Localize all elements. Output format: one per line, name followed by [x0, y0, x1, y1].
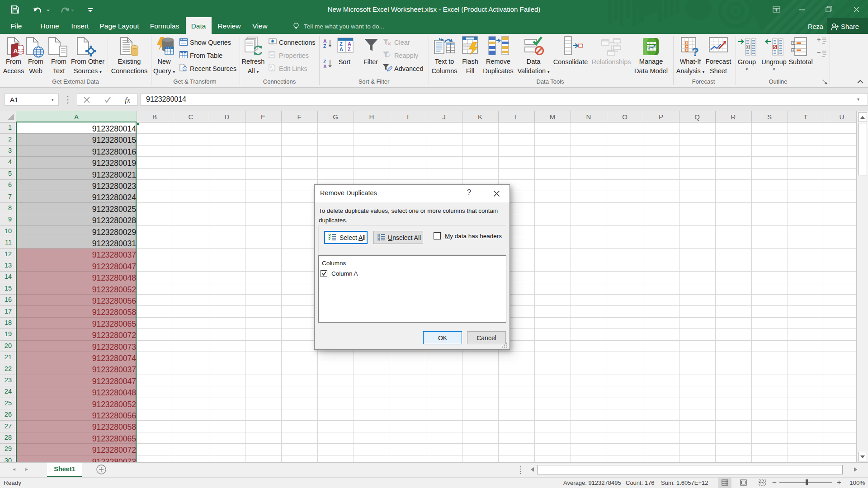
svg-text:A: A — [340, 47, 343, 52]
svg-text:Z: Z — [323, 43, 326, 49]
svg-text:Z: Z — [340, 41, 343, 47]
svg-text:Z: Z — [348, 47, 351, 52]
svg-text:A: A — [323, 64, 327, 69]
svg-text:A: A — [13, 47, 18, 55]
svg-text:?: ? — [692, 45, 699, 57]
svg-text:fx: fx — [125, 96, 131, 104]
svg-text:A: A — [348, 41, 351, 47]
